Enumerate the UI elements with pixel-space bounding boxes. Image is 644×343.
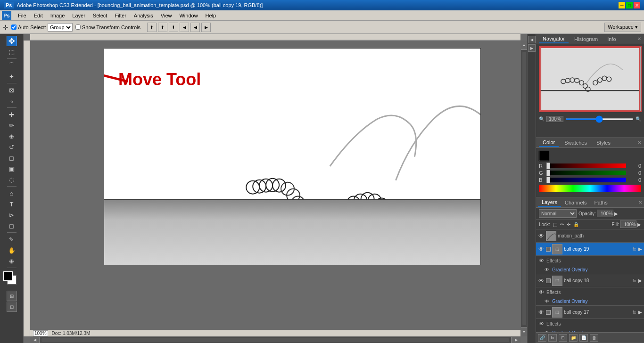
zoom-btn[interactable]: ⊕: [7, 256, 17, 266]
paths-tab[interactable]: Paths: [591, 199, 611, 206]
layer-visibility-icon[interactable]: 👁: [538, 309, 545, 316]
layers-tab[interactable]: Layers: [538, 198, 561, 207]
menu-help[interactable]: Help: [202, 12, 220, 19]
menu-view[interactable]: View: [157, 12, 176, 19]
close-button[interactable]: ✕: [634, 2, 640, 8]
layer-item[interactable]: 👁 motion_path: [536, 229, 644, 243]
menu-analysis[interactable]: Analysis: [130, 12, 157, 19]
swatches-tab[interactable]: Swatches: [561, 139, 591, 147]
screen-mode-btn[interactable]: ⊡: [7, 302, 17, 312]
align-left-btn[interactable]: ◀: [180, 23, 189, 32]
align-top-btn[interactable]: ⬆: [147, 23, 157, 32]
notes-btn[interactable]: ✎: [7, 234, 17, 245]
workspace-button[interactable]: Workspace ▾: [604, 23, 641, 32]
foreground-color-box[interactable]: [539, 151, 549, 161]
layer-item[interactable]: 👁 ⬚ ball copy 19 fx ▶: [536, 243, 644, 256]
path-select-btn[interactable]: ⊳: [7, 210, 17, 220]
color-tab[interactable]: Color: [539, 139, 559, 147]
auto-select-checkbox[interactable]: [11, 24, 17, 30]
add-mask-btn[interactable]: ⊡: [559, 334, 567, 342]
layer-fx-btn[interactable]: fx: [548, 334, 557, 342]
lock-all-btn[interactable]: 🔒: [573, 222, 579, 227]
styles-tab[interactable]: Styles: [593, 139, 614, 147]
fill-arrow[interactable]: ▶: [637, 222, 641, 227]
gradient-overlay-item-18[interactable]: 👁 Gradient Overlay: [536, 297, 644, 305]
dodge-btn[interactable]: ◌: [7, 174, 17, 185]
gradient-overlay-item-17[interactable]: 👁 Gradient Overlay: [536, 328, 644, 332]
layer-link-btn[interactable]: 🔗: [538, 334, 546, 342]
layer-item[interactable]: 👁 ⬚ ball copy 18 fx ▶: [536, 274, 644, 287]
lock-transparent-btn[interactable]: ⬚: [553, 222, 557, 227]
history-btn[interactable]: ↺: [7, 142, 17, 152]
b-value[interactable]: 0: [628, 177, 641, 183]
r-thumb[interactable]: [546, 163, 550, 169]
collapse-top-btn[interactable]: ◀: [528, 36, 536, 43]
layer-visibility-icon[interactable]: 👁: [538, 233, 545, 239]
g-thumb[interactable]: [546, 170, 550, 176]
align-right-btn[interactable]: ▶: [201, 23, 211, 32]
foreground-color-swatch[interactable]: [3, 271, 13, 281]
minimize-button[interactable]: ─: [619, 2, 625, 8]
new-group-btn[interactable]: 📁: [569, 334, 578, 342]
menu-layer[interactable]: Layer: [68, 12, 89, 19]
expand-panel-btn[interactable]: ▶: [528, 44, 536, 52]
v-scrollbar[interactable]: ▲ ▼: [520, 41, 527, 336]
effect-eye-icon[interactable]: 👁: [538, 289, 545, 295]
maximize-button[interactable]: □: [626, 2, 633, 8]
ps-menu-logo[interactable]: Ps: [2, 11, 11, 20]
layer-options-btn[interactable]: ▶: [638, 278, 642, 283]
menu-window[interactable]: Window: [175, 12, 201, 19]
gradient-overlay-item[interactable]: 👁 Gradient Overlay: [536, 265, 644, 274]
text-btn[interactable]: T: [7, 199, 17, 209]
align-vert-btn[interactable]: ⬆: [158, 23, 167, 32]
align-bottom-btn[interactable]: ⬇: [169, 23, 178, 32]
menu-select[interactable]: Select: [89, 12, 111, 19]
menu-image[interactable]: Image: [47, 12, 69, 19]
fill-input[interactable]: [620, 220, 636, 228]
close-navigator-btn[interactable]: ✕: [637, 36, 641, 41]
layer-item[interactable]: 👁 ⬚ ball copy 17 fx ▶: [536, 306, 644, 319]
zoom-increase-btn[interactable]: 🔍: [636, 116, 641, 122]
magic-wand-btn[interactable]: ✦: [7, 71, 17, 82]
color-spectrum[interactable]: [539, 185, 641, 192]
layer-visibility-icon[interactable]: 👁: [538, 246, 545, 253]
brush-btn[interactable]: ✏: [7, 120, 17, 131]
nav-zoom-slider[interactable]: [565, 118, 634, 120]
shape-btn[interactable]: ◻: [7, 220, 17, 231]
hand-btn[interactable]: ✋: [7, 245, 17, 255]
move-tool-btn[interactable]: [7, 36, 17, 46]
healing-btn[interactable]: ✚: [7, 109, 17, 120]
quick-mask-btn[interactable]: ⊞: [7, 291, 17, 301]
blend-mode-select[interactable]: Normal Multiply Screen: [539, 209, 577, 218]
effect-eye-icon[interactable]: 👁: [538, 257, 545, 264]
histogram-tab[interactable]: Histogram: [570, 35, 602, 43]
menu-file[interactable]: File: [14, 12, 30, 19]
r-value[interactable]: 0: [628, 163, 641, 169]
g-value[interactable]: 0: [628, 170, 641, 176]
zoom-decrease-btn[interactable]: 🔍: [539, 116, 545, 122]
close-color-btn[interactable]: ✕: [637, 140, 641, 145]
auto-select-dropdown[interactable]: Group Layer: [48, 23, 73, 32]
lock-image-btn[interactable]: ✏: [560, 222, 564, 227]
eyedropper-btn[interactable]: ⬦: [7, 96, 17, 106]
layer-visibility-icon[interactable]: 👁: [538, 278, 545, 284]
gradient-btn[interactable]: ▣: [7, 163, 17, 174]
delete-layer-btn[interactable]: 🗑: [590, 334, 598, 342]
pen-btn[interactable]: ⌂: [7, 188, 17, 198]
new-layer-btn[interactable]: 📄: [579, 334, 588, 342]
lasso-tool-btn[interactable]: ⌒: [7, 60, 17, 71]
align-horiz-btn[interactable]: ◀: [190, 23, 200, 32]
nav-zoom-value[interactable]: 100%: [546, 116, 563, 122]
eraser-btn[interactable]: ◻: [7, 153, 17, 163]
marquee-tool-btn[interactable]: ⬚: [7, 47, 17, 57]
menu-edit[interactable]: Edit: [30, 12, 47, 19]
effect-sub-eye-18[interactable]: 👁: [544, 298, 550, 304]
layer-options-btn[interactable]: ▶: [638, 310, 642, 315]
show-transform-checkbox[interactable]: [75, 24, 81, 30]
close-layers-btn[interactable]: ✕: [638, 200, 642, 205]
b-thumb[interactable]: [546, 177, 550, 183]
layer-options-btn[interactable]: ▶: [638, 246, 642, 252]
effect-eye-icon[interactable]: 👁: [538, 320, 545, 327]
crop-tool-btn[interactable]: ⊠: [7, 85, 17, 95]
menu-filter[interactable]: Filter: [111, 12, 130, 19]
